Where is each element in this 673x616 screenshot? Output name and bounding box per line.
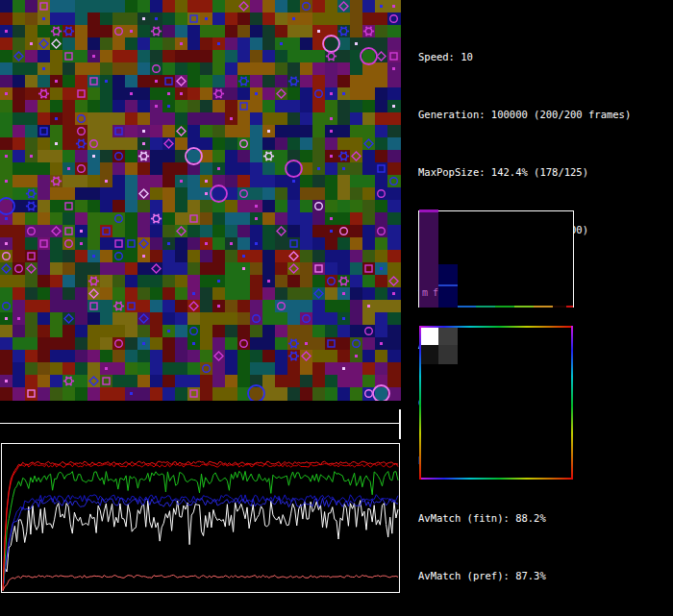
trait-heatmap [419,326,573,480]
sex-histogram: mf [418,210,574,308]
histogram-label-male: m [422,287,428,299]
heatmap-cell [438,327,458,346]
heatmap-cell [420,345,439,364]
heat-border-bottom [419,478,573,480]
hue-axis-segment [476,306,495,308]
heat-border-right [571,326,573,480]
male-overflow-cap [419,209,438,212]
hue-axis-segment [495,306,514,308]
stats-panel: Speed: 10 Generation: 100000 (200/200 fr… [418,9,631,616]
hue-axis-segment [566,306,573,308]
female-mean-marker [438,284,458,286]
stat-avmatch-fitn: AvMatch (fitn): 88.2% [418,508,631,528]
stat-maxpopsize: MaxPopSize: 142.4% (178/125) [418,162,631,182]
hue-axis-strip [419,306,573,308]
heatmap-cell [420,327,439,346]
app-window: Speed: 10 Generation: 100000 (200/200 fr… [0,0,673,616]
series-line-syssize [3,575,398,590]
trend-chart [1,443,400,593]
stat-generation: Generation: 100000 (200/200 frames) [418,105,631,124]
world-grid[interactable] [0,0,401,401]
frame-progress-bar[interactable] [0,423,401,424]
stat-speed: Speed: 10 [418,47,631,66]
trend-chart-plot [2,444,399,592]
hue-axis-segment [419,306,438,308]
heat-border-top [419,326,573,328]
hue-axis-segment [553,306,566,308]
hue-axis-segment [438,306,458,308]
hue-axis-segment [458,306,476,308]
hue-axis-segment [514,306,534,308]
heat-border-left [419,326,421,480]
stat-avmatch-pref: AvMatch (pref): 87.3% [418,566,631,585]
histogram-label-female: f [433,287,438,299]
heatmap-cell [438,345,458,364]
frame-progress-marker[interactable] [399,409,401,439]
hue-axis-segment [534,306,553,308]
